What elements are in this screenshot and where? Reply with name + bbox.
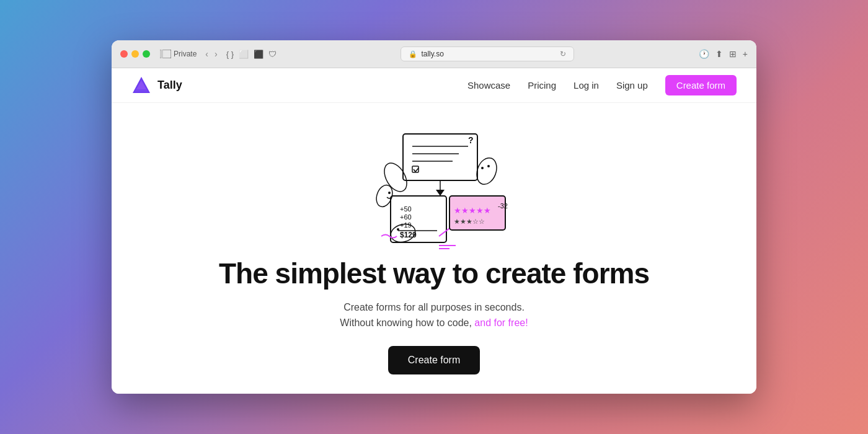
browser-tools-left: { } ⬜ ⬛ 🛡: [226, 50, 277, 59]
signup-button[interactable]: Sign up: [616, 80, 648, 91]
devtools-icon[interactable]: { }: [226, 50, 234, 59]
logo-text: Tally: [157, 79, 182, 92]
nav-arrows: ‹ ›: [203, 48, 219, 60]
svg-point-30: [388, 192, 391, 194]
svg-text:★★★☆☆: ★★★☆☆: [454, 218, 485, 225]
svg-text:+60: +60: [400, 213, 412, 221]
svg-rect-1: [160, 50, 163, 58]
site-nav: Tally Showcase Pricing Log in Sign up Cr…: [112, 68, 756, 103]
refresh-icon[interactable]: ↻: [560, 50, 566, 58]
svg-rect-15: [391, 196, 446, 242]
url-text: tally.so: [421, 50, 443, 58]
browser-window: Private ‹ › { } ⬜ ⬛ 🛡 🔒 tally.so ↻ 🕐 ⬆ ⊞…: [112, 40, 756, 394]
svg-text:★★★★★: ★★★★★: [454, 206, 491, 215]
hero-illustration: ? +50 +60 +19 $129: [347, 115, 521, 252]
tally-logo-icon: [131, 76, 151, 95]
private-label: Private: [174, 50, 197, 58]
hero-subtitle: Create forms for all purposes in seconds…: [340, 299, 528, 331]
svg-rect-5: [403, 134, 477, 180]
hero-section: ? +50 +60 +19 $129: [112, 103, 756, 394]
create-form-hero-button[interactable]: Create form: [388, 346, 480, 374]
showcase-link[interactable]: Showcase: [467, 80, 510, 91]
tabs-icon[interactable]: ⊞: [729, 49, 737, 59]
address-bar[interactable]: 🔒 tally.so ↻: [401, 46, 574, 61]
lock-icon: 🔒: [409, 50, 417, 58]
website-content: Tally Showcase Pricing Log in Sign up Cr…: [112, 68, 756, 394]
browser-chrome: Private ‹ › { } ⬜ ⬛ 🛡 🔒 tally.so ↻ 🕐 ⬆ ⊞…: [112, 40, 756, 68]
minimize-button[interactable]: [131, 50, 139, 58]
maximize-button[interactable]: [143, 50, 150, 58]
close-button[interactable]: [120, 50, 128, 58]
screenshot-icon[interactable]: ⬛: [254, 50, 264, 59]
traffic-lights: [120, 50, 150, 58]
shield-icon[interactable]: 🛡: [268, 50, 277, 59]
address-bar-container: 🔒 tally.so ↻: [283, 46, 693, 61]
share-icon[interactable]: ⬆: [715, 49, 723, 59]
extensions-icon[interactable]: ⬜: [239, 50, 249, 59]
nav-links: Showcase Pricing Log in Sign up Create f…: [467, 75, 737, 95]
subtitle-line2: Without knowing how to code,: [340, 317, 472, 328]
subtitle-line1: Create forms for all purposes in seconds…: [343, 302, 525, 312]
browser-right-tools: 🕐 ⬆ ⊞ +: [699, 49, 748, 59]
svg-text:-32: -32: [498, 202, 508, 210]
new-tab-icon[interactable]: +: [743, 49, 748, 59]
illustration-svg: ? +50 +60 +19 $129: [347, 115, 521, 252]
pricing-link[interactable]: Pricing: [528, 80, 556, 91]
svg-text:?: ?: [468, 135, 474, 145]
hero-title: The simplest way to create forms: [219, 258, 649, 290]
subtitle-highlight: and for free!: [474, 317, 528, 328]
svg-point-33: [487, 165, 490, 167]
history-icon[interactable]: 🕐: [699, 49, 709, 59]
svg-point-35: [397, 228, 399, 231]
create-form-nav-button[interactable]: Create form: [665, 75, 737, 95]
svg-marker-14: [436, 190, 445, 196]
sidebar-toggle[interactable]: Private: [160, 50, 197, 58]
login-button[interactable]: Log in: [574, 80, 599, 91]
back-button[interactable]: ‹: [203, 48, 211, 60]
forward-button[interactable]: ›: [212, 48, 220, 60]
svg-point-32: [481, 167, 484, 169]
logo-area[interactable]: Tally: [131, 76, 182, 95]
svg-text:+50: +50: [400, 205, 412, 213]
